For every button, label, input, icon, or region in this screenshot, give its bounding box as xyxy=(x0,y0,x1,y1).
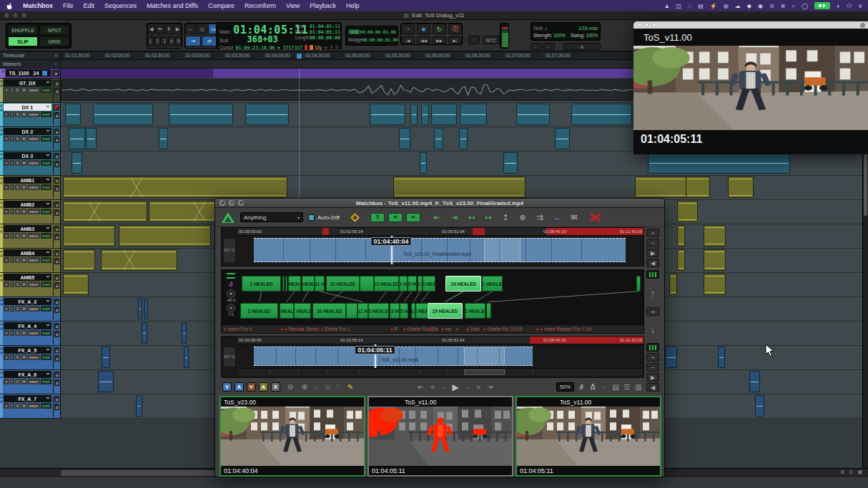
track-view-selector[interactable]: wave xyxy=(28,111,40,117)
track-s-button[interactable]: S xyxy=(15,160,21,166)
healed-clip[interactable] xyxy=(346,303,357,319)
view-option-button[interactable]: ▤ xyxy=(611,383,620,391)
track-header-fx-a-5[interactable]: FX_A_5●ISMwaveread▣▣ xyxy=(0,346,61,370)
compare-panel[interactable]: ToS_v11.00 01:04:05:11 xyxy=(516,396,661,477)
zoom-button[interactable]: ⊕ xyxy=(300,383,309,391)
audio-clip[interactable] xyxy=(434,128,443,149)
transport-arrow-button[interactable]: « xyxy=(428,383,437,391)
menu-item-edit[interactable]: Edit xyxy=(84,2,95,9)
track-options-button[interactable]: ▣ xyxy=(54,209,59,216)
track-i-button[interactable]: I xyxy=(10,111,14,117)
track-rec-button[interactable]: ▣ xyxy=(54,201,59,208)
track-name[interactable]: FX_A_3 xyxy=(4,298,51,305)
zoom-button[interactable]: ⊖ xyxy=(286,383,295,391)
bottom-track-header[interactable]: REF V1 xyxy=(223,347,236,367)
zoom-preset-button[interactable]: 4 xyxy=(168,36,174,46)
track-i-button[interactable]: I xyxy=(10,354,14,360)
track-header-amb5[interactable]: AMB5●ISMwaveread▣▣ xyxy=(0,273,61,297)
audio-clip[interactable] xyxy=(102,347,110,368)
audio-clip[interactable] xyxy=(144,298,149,319)
track-name[interactable]: FX_A_4 xyxy=(4,322,51,329)
transport-button[interactable]: Ⓟ xyxy=(448,24,462,34)
healed-clip[interactable]: 15 HE xyxy=(400,303,408,319)
transport-arrow-button[interactable]: ⇥ xyxy=(485,383,494,391)
track-options-button[interactable]: ▣ xyxy=(54,161,59,167)
track-i-button[interactable]: I xyxy=(10,257,14,263)
seq-play-button[interactable]: ▶ xyxy=(646,373,659,382)
automation-mode-button[interactable]: read xyxy=(41,111,51,117)
seq-plus-button[interactable]: + xyxy=(646,229,659,237)
track-rec-button[interactable]: ▣ xyxy=(54,323,59,329)
input-monitor-button[interactable]: ● xyxy=(4,354,9,360)
edit-option-icon[interactable]: ⌀ xyxy=(312,383,320,391)
layer-toggle-button[interactable]: V xyxy=(247,382,256,392)
zoom-arrow-button[interactable]: ◀ xyxy=(147,24,155,34)
track-i-button[interactable]: I xyxy=(10,306,14,312)
delay-indicator[interactable]: Dly xyxy=(315,45,322,50)
audio-clip[interactable] xyxy=(370,104,405,125)
healed-clip[interactable]: 13 HE xyxy=(399,276,407,292)
zoom-preset-button[interactable]: 1 xyxy=(147,36,154,46)
healed-clip[interactable]: 12 HEALED xyxy=(374,276,399,292)
skip-button[interactable]: ▶| xyxy=(448,36,462,44)
zoom-preset-button[interactable]: 5 xyxy=(175,36,182,46)
audio-clip[interactable] xyxy=(677,201,698,222)
track-m-button[interactable]: M xyxy=(21,87,27,93)
menubar-status-icon[interactable]: ∨ xyxy=(858,3,862,9)
diff-marker[interactable]: ♦Delet xyxy=(302,327,317,332)
menubar-status-icon[interactable]: ◯ xyxy=(802,3,808,9)
track-name[interactable]: AMB2 xyxy=(4,201,51,208)
healed-clip[interactable]: 19 HEALED xyxy=(428,303,463,319)
diff-marker[interactable]: ♦R xyxy=(390,327,398,332)
menu-item-reconform[interactable]: Reconform xyxy=(245,2,276,9)
healed-clip[interactable]: 15 HE xyxy=(408,276,417,292)
track-i-button[interactable]: I xyxy=(10,87,14,93)
automation-mode-button[interactable]: read xyxy=(41,354,51,360)
audio-clip[interactable] xyxy=(182,322,187,344)
window-dot[interactable] xyxy=(645,23,649,27)
transport-button[interactable]: ◔ xyxy=(401,24,415,34)
audio-clip[interactable] xyxy=(749,371,760,392)
track-s-button[interactable]: S xyxy=(15,111,21,117)
track-m-button[interactable]: M xyxy=(21,379,27,384)
shuffle-mode-button[interactable]: SHUFFLE xyxy=(8,25,38,35)
audio-clip[interactable] xyxy=(69,128,84,149)
input-monitor-button[interactable]: ● xyxy=(4,87,9,93)
audio-clip[interactable] xyxy=(93,104,153,125)
edit-tool-button[interactable]: ↔ xyxy=(185,24,196,34)
audio-clip[interactable] xyxy=(63,176,287,198)
partial-icon[interactable]: ∂ xyxy=(230,280,233,288)
input-monitor-button[interactable]: ● xyxy=(4,184,9,190)
zoom-percentage[interactable]: 50% xyxy=(556,382,574,392)
transport-arrow-button[interactable]: ▶ xyxy=(451,382,460,392)
menubar-status-icon[interactable]: ⚡ xyxy=(710,3,717,9)
menu-item-playback[interactable]: Playback xyxy=(310,2,336,9)
audio-clip[interactable] xyxy=(555,128,570,149)
healed-clip[interactable]: 21 HEALED xyxy=(482,276,503,292)
export-icon[interactable]: ↥ xyxy=(500,213,511,222)
track-header-fx-a-4[interactable]: FX_A_4●ISMwaveread▣▣ xyxy=(0,322,61,346)
bottom-sequence-lane[interactable]: ToS_v11.00.mp401:04:05:11 xyxy=(237,344,642,368)
track-name[interactable]: DX 3 xyxy=(4,152,51,159)
healed-clip[interactable]: 7 HEALE xyxy=(294,303,311,319)
healed-clip[interactable] xyxy=(282,276,285,292)
track-i-button[interactable]: I xyxy=(10,136,14,141)
track-i-button[interactable]: I xyxy=(10,233,14,239)
track-s-button[interactable]: S xyxy=(15,136,21,141)
healed-clip[interactable]: 18 HEAL xyxy=(423,276,435,292)
healed-clip[interactable] xyxy=(360,276,374,292)
strength-label[interactable]: Strength: xyxy=(533,33,552,38)
audio-clip[interactable] xyxy=(421,104,428,125)
autodiff-checkbox[interactable]: Auto-Diff xyxy=(308,214,340,221)
menubar-status-icon[interactable]: ☁ xyxy=(735,3,741,9)
track-m-button[interactable]: M xyxy=(21,330,27,336)
audio-clip[interactable] xyxy=(245,104,290,125)
track-view-selector[interactable]: wave xyxy=(28,233,40,239)
healed-clip[interactable]: 6 HEALE xyxy=(280,303,294,319)
track-s-button[interactable]: S xyxy=(15,354,21,360)
diff-marker[interactable]: ♦Ins xyxy=(441,327,451,332)
healed-clip[interactable]: 11 H xyxy=(357,303,368,319)
audio-clip[interactable] xyxy=(704,249,726,271)
audio-clip[interactable] xyxy=(63,274,89,295)
grid-value[interactable]: 00:00:00:01.00 xyxy=(360,29,396,34)
